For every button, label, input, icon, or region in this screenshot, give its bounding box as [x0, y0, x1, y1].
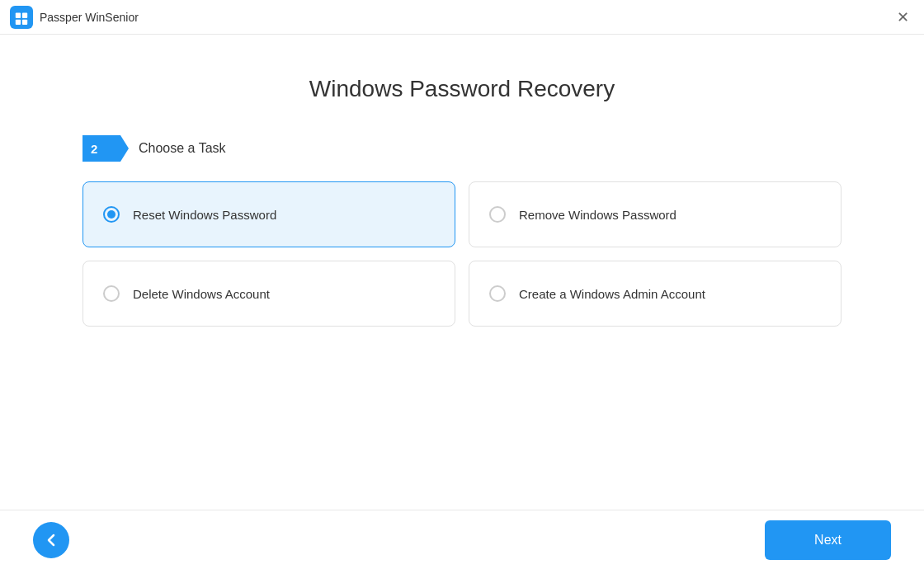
option-remove-label: Remove Windows Password: [519, 208, 676, 222]
step-badge: 2: [82, 135, 129, 162]
step-indicator: 2 Choose a Task: [82, 135, 842, 162]
close-button[interactable]: ✕: [891, 6, 914, 29]
title-bar: Passper WinSenior ✕: [0, 0, 924, 35]
svg-rect-3: [22, 19, 27, 24]
main-content: Windows Password Recovery 2 Choose a Tas…: [0, 35, 924, 510]
radio-inner-reset: [107, 210, 116, 219]
option-delete-label: Delete Windows Account: [133, 287, 270, 301]
radio-remove: [489, 206, 506, 223]
radio-create: [489, 285, 506, 302]
svg-rect-1: [22, 12, 27, 17]
option-delete[interactable]: Delete Windows Account: [82, 261, 455, 327]
option-create-label: Create a Windows Admin Account: [519, 287, 705, 301]
option-create[interactable]: Create a Windows Admin Account: [469, 261, 842, 327]
radio-reset: [103, 206, 120, 223]
option-reset[interactable]: Reset Windows Password: [82, 181, 455, 247]
back-button[interactable]: [33, 522, 69, 558]
app-title: Passper WinSenior: [40, 11, 139, 24]
option-remove[interactable]: Remove Windows Password: [469, 181, 842, 247]
step-label: Choose a Task: [139, 141, 226, 156]
options-grid: Reset Windows Password Remove Windows Pa…: [82, 181, 842, 327]
next-button[interactable]: Next: [765, 520, 891, 560]
app-icon: [10, 6, 33, 29]
svg-rect-2: [16, 19, 21, 24]
title-bar-left: Passper WinSenior: [10, 6, 139, 29]
option-reset-label: Reset Windows Password: [133, 208, 276, 222]
footer: Next: [0, 510, 924, 569]
svg-rect-0: [16, 12, 21, 17]
page-title: Windows Password Recovery: [309, 76, 615, 102]
radio-delete: [103, 285, 120, 302]
